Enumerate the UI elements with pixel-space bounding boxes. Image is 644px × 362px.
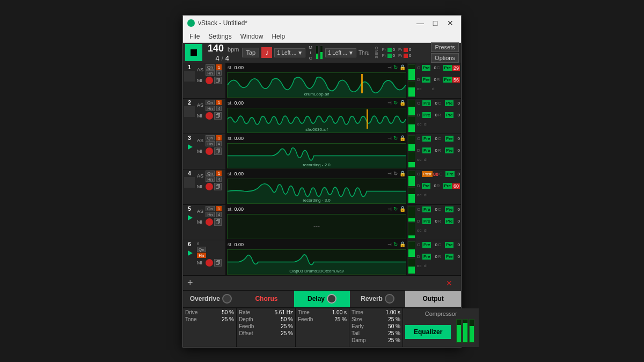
track-q4-button[interactable]: 4 xyxy=(216,70,222,76)
play-stop-button[interactable] xyxy=(185,44,202,61)
menu-window[interactable]: Window xyxy=(236,32,268,41)
file-button[interactable]: 🗍 xyxy=(214,147,222,155)
presets-button[interactable]: Presets xyxy=(431,42,459,52)
track-q4-button[interactable]: 4 xyxy=(216,141,222,146)
hn-button[interactable]: Hn xyxy=(206,106,215,111)
loop-button[interactable]: ↻ xyxy=(393,135,398,141)
app-icon xyxy=(187,19,195,27)
arm-button[interactable] xyxy=(206,147,213,155)
track-play-button[interactable] xyxy=(184,142,195,152)
send-pre-d[interactable]: Pre xyxy=(422,77,430,83)
remove-track-button[interactable]: ✕ xyxy=(446,279,452,287)
track-play-button[interactable] xyxy=(184,71,195,82)
qn-button[interactable]: Qn xyxy=(197,247,206,252)
hn-button[interactable]: Hn xyxy=(206,176,215,182)
send-pre-o[interactable]: Pre xyxy=(422,206,431,212)
send-pre-o[interactable]: Pre xyxy=(422,65,430,71)
hn-button[interactable]: Hn xyxy=(206,141,215,146)
send-pre-c[interactable]: Pre xyxy=(443,65,452,71)
options-button[interactable]: Options xyxy=(431,53,459,63)
send-pre-c[interactable]: Pre xyxy=(445,171,454,177)
file-button[interactable]: 🗍 xyxy=(214,77,222,84)
file-button[interactable]: 🗍 xyxy=(214,218,222,226)
send-pre-d[interactable]: Pre xyxy=(422,254,431,260)
arm-button[interactable] xyxy=(206,218,213,226)
arm-button[interactable] xyxy=(206,259,213,267)
arm-button[interactable] xyxy=(206,77,213,84)
tap-button[interactable]: Tap xyxy=(242,48,259,57)
send-pre-r[interactable]: Pre xyxy=(445,147,453,153)
loop-button[interactable]: ↻ xyxy=(393,206,398,212)
maximize-button[interactable]: □ xyxy=(429,18,442,28)
track-play-button[interactable] xyxy=(184,212,195,223)
send-pre-o[interactable]: Pre xyxy=(422,242,431,248)
track-play-button[interactable] xyxy=(184,106,195,117)
file-button[interactable]: 🗍 xyxy=(214,183,222,190)
lock-button[interactable]: 🔒 xyxy=(399,241,406,247)
chorus-button[interactable]: Chorus xyxy=(239,291,295,307)
loop-button[interactable]: ↻ xyxy=(393,171,398,176)
overdrive-button[interactable]: Overdrive xyxy=(183,291,239,307)
send-pre-r[interactable]: Pre xyxy=(445,112,453,118)
track-qn1-button[interactable]: 1 xyxy=(216,100,222,105)
loop-button[interactable]: ↻ xyxy=(393,241,398,247)
track-q4-button[interactable]: 4 xyxy=(216,212,222,217)
delay-knob-icon xyxy=(327,294,336,304)
hn-button[interactable]: Hn xyxy=(206,70,215,76)
send-pre-r[interactable]: Pre xyxy=(445,254,453,260)
qn-button[interactable]: Qn xyxy=(206,171,215,176)
lock-button[interactable]: 🔒 xyxy=(399,171,406,176)
send-pre-c[interactable]: Pre xyxy=(445,136,453,142)
lock-button[interactable]: 🔒 xyxy=(399,64,406,70)
track-qn1-button[interactable]: 1 xyxy=(216,64,222,70)
send-pre-r[interactable]: Pre xyxy=(443,77,452,83)
track-qn1-button[interactable]: 1 xyxy=(216,206,222,211)
file-button[interactable]: 🗍 xyxy=(214,259,222,267)
qn-button[interactable]: Qn xyxy=(206,135,215,141)
menu-help[interactable]: Help xyxy=(267,32,289,41)
send-pre-o[interactable]: Pre xyxy=(422,100,431,106)
lock-button[interactable]: 🔒 xyxy=(399,206,406,212)
menu-file[interactable]: File xyxy=(185,32,204,41)
send-pre-c[interactable]: Pre xyxy=(445,100,453,106)
metronome-button[interactable]: ♩ xyxy=(261,47,272,58)
track-play-button[interactable] xyxy=(184,248,195,258)
send-pre-o[interactable]: Pre xyxy=(422,136,431,142)
file-button[interactable]: 🗍 xyxy=(214,112,222,120)
menu-settings[interactable]: Settings xyxy=(204,32,236,41)
equalizer-button[interactable]: Equalizer xyxy=(405,325,451,339)
send-pre-d[interactable]: Pre xyxy=(422,218,431,224)
send-pre-d[interactable]: Pre xyxy=(422,183,430,189)
hn-button[interactable]: Hn xyxy=(197,253,206,258)
loop-button[interactable]: ↻ xyxy=(393,64,398,70)
arm-button[interactable] xyxy=(206,183,213,190)
qn-button[interactable]: Qn xyxy=(206,100,215,105)
qn-button[interactable]: Qn xyxy=(206,206,215,211)
loop-button[interactable]: ↻ xyxy=(393,100,398,106)
input-selector-left[interactable]: 1 Left ... ▼ xyxy=(274,48,305,57)
qn-button[interactable]: Qn xyxy=(206,64,215,70)
send-pre-c[interactable]: Pre xyxy=(445,206,453,212)
track-q4-button[interactable]: 4 xyxy=(216,106,222,111)
reverb-button[interactable]: Reverb xyxy=(350,291,406,307)
lock-button[interactable]: 🔒 xyxy=(399,135,406,141)
track-play-button[interactable] xyxy=(184,177,195,188)
add-track-button[interactable]: + xyxy=(187,277,193,289)
output-button[interactable]: Output xyxy=(405,291,461,307)
minimize-button[interactable]: — xyxy=(414,18,427,28)
send-pre-r[interactable]: Pre xyxy=(445,218,453,224)
hn-button[interactable]: Hn xyxy=(206,212,215,217)
send-pre-d[interactable]: Pre xyxy=(422,112,431,118)
send-pre-d[interactable]: Pre xyxy=(422,147,431,153)
lock-button[interactable]: 🔒 xyxy=(399,100,406,106)
close-button[interactable]: ✕ xyxy=(444,18,457,28)
delay-button[interactable]: Delay xyxy=(294,291,350,307)
arm-button[interactable] xyxy=(206,112,213,120)
input-selector-right[interactable]: 1 Left ... ▼ xyxy=(325,48,356,57)
send-pre-r[interactable]: Pre xyxy=(443,183,452,189)
track-qn1-button[interactable]: 1 xyxy=(216,171,222,176)
track-qn1-button[interactable]: 1 xyxy=(216,135,222,141)
send-post-o[interactable]: Post xyxy=(422,171,433,177)
send-pre-c[interactable]: Pre xyxy=(445,242,453,248)
track-q4-button[interactable]: 4 xyxy=(216,176,222,182)
